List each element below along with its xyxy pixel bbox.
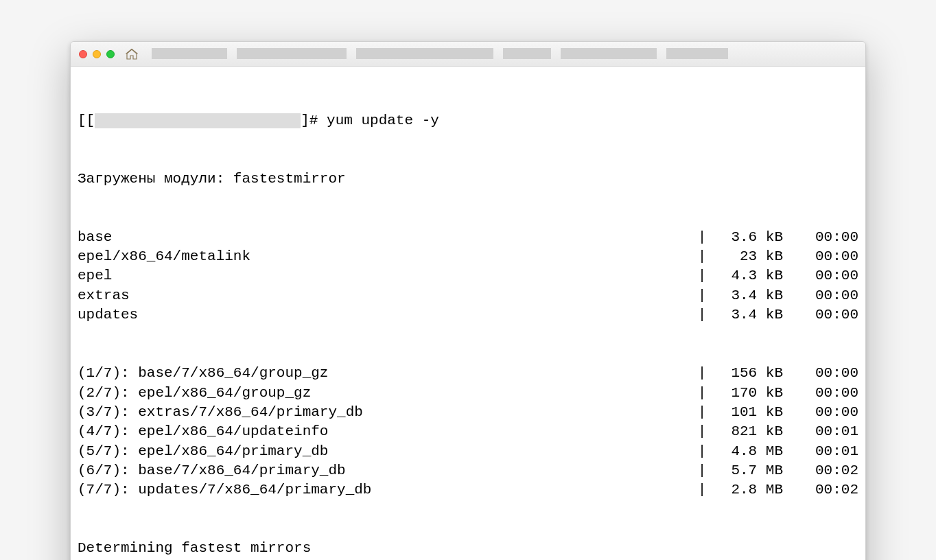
minimize-window-button[interactable] [93, 50, 101, 58]
row-fill [328, 442, 694, 461]
row-size: 3.4 kB [718, 305, 783, 325]
row-size: 170 kB [718, 384, 783, 403]
home-icon [126, 49, 138, 60]
row-time: 00:00 [783, 305, 858, 325]
row-time: 00:02 [783, 461, 858, 480]
row-size: 2.8 MB [718, 480, 783, 500]
row-size: 3.4 kB [718, 286, 783, 305]
row-name: (2/7): epel/x86_64/group_gz [78, 384, 311, 403]
row-separator: | [695, 228, 718, 247]
row-time: 00:00 [783, 403, 858, 422]
output-row: (7/7): updates/7/x86_64/primary_db| 2.8 … [78, 480, 858, 500]
row-time: 00:01 [783, 422, 858, 441]
row-separator: | [695, 403, 718, 422]
row-fill [130, 286, 695, 305]
row-size: 23 kB [718, 247, 783, 266]
row-separator: | [695, 480, 718, 500]
row-separator: | [695, 286, 718, 305]
row-separator: | [695, 305, 718, 325]
row-name: updates [78, 305, 138, 325]
row-name: (7/7): updates/7/x86_64/primary_db [78, 480, 371, 500]
download-list: (1/7): base/7/x86_64/group_gz| 156 kB00:… [78, 364, 858, 500]
row-size: 3.6 kB [718, 228, 783, 247]
row-time: 00:00 [783, 228, 858, 247]
row-size: 4.3 kB [718, 266, 783, 285]
row-time: 00:00 [783, 266, 858, 285]
row-separator: | [695, 422, 718, 441]
zoom-window-button[interactable] [106, 50, 115, 58]
prompt-open: [[ [78, 111, 95, 130]
output-row: updates| 3.4 kB00:00 [78, 305, 858, 325]
row-name: (6/7): base/7/x86_64/primary_db [78, 461, 346, 480]
output-row: (4/7): epel/x86_64/updateinfo| 821 kB00:… [78, 422, 858, 441]
output-row: (6/7): base/7/x86_64/primary_db| 5.7 MB0… [78, 461, 858, 480]
row-fill [328, 422, 694, 441]
row-name: (1/7): base/7/x86_64/group_gz [78, 364, 328, 383]
row-time: 00:00 [783, 384, 858, 403]
row-fill [112, 228, 694, 247]
row-size: 4.8 MB [718, 442, 783, 461]
row-size: 101 kB [718, 403, 783, 422]
determining-line: Determining fastest mirrors [78, 539, 858, 558]
row-time: 00:01 [783, 442, 858, 461]
row-time: 00:00 [783, 247, 858, 266]
row-fill [112, 266, 694, 285]
row-time: 00:00 [783, 364, 858, 383]
row-size: 5.7 MB [718, 461, 783, 480]
output-row: epel/x86_64/metalink| 23 kB00:00 [78, 247, 858, 266]
row-separator: | [695, 364, 718, 383]
close-window-button[interactable] [79, 50, 87, 58]
terminal-window: [[]# yum update -y Загружены модули: fas… [70, 41, 866, 560]
output-row: extras| 3.4 kB00:00 [78, 286, 858, 305]
title-redacted [152, 48, 857, 60]
loaded-modules-line: Загружены модули: fastestmirror [78, 170, 858, 189]
row-name: extras [78, 286, 130, 305]
row-separator: | [695, 384, 718, 403]
row-fill [346, 461, 695, 480]
output-row: (2/7): epel/x86_64/group_gz| 170 kB00:00 [78, 384, 858, 403]
row-name: epel/x86_64/metalink [78, 247, 250, 266]
row-time: 00:00 [783, 286, 858, 305]
repo-list: base| 3.6 kB00:00epel/x86_64/metalink| 2… [78, 228, 858, 325]
row-fill [328, 364, 694, 383]
output-row: (5/7): epel/x86_64/primary_db| 4.8 MB00:… [78, 442, 858, 461]
terminal-content[interactable]: [[]# yum update -y Загружены модули: fas… [71, 67, 865, 560]
row-separator: | [695, 266, 718, 285]
row-fill [311, 384, 695, 403]
hostname-redacted [95, 113, 301, 128]
row-name: base [78, 228, 112, 247]
traffic-lights [79, 50, 115, 58]
row-name: (5/7): epel/x86_64/primary_db [78, 442, 328, 461]
row-separator: | [695, 247, 718, 266]
row-fill [363, 403, 695, 422]
output-row: base| 3.6 kB00:00 [78, 228, 858, 247]
output-row: epel| 4.3 kB00:00 [78, 266, 858, 285]
prompt-close: ]# [301, 111, 327, 130]
row-name: (3/7): extras/7/x86_64/primary_db [78, 403, 363, 422]
row-name: (4/7): epel/x86_64/updateinfo [78, 422, 328, 441]
row-time: 00:02 [783, 480, 858, 500]
row-fill [250, 247, 695, 266]
command-text: yum update -y [327, 111, 439, 130]
row-name: epel [78, 266, 112, 285]
row-size: 156 kB [718, 364, 783, 383]
row-size: 821 kB [718, 422, 783, 441]
output-row: (3/7): extras/7/x86_64/primary_db| 101 k… [78, 403, 858, 422]
prompt-line: [[]# yum update -y [78, 111, 858, 130]
row-separator: | [695, 461, 718, 480]
row-fill [138, 305, 695, 325]
row-separator: | [695, 442, 718, 461]
output-row: (1/7): base/7/x86_64/group_gz| 156 kB00:… [78, 364, 858, 383]
titlebar[interactable] [71, 42, 865, 67]
row-fill [371, 480, 694, 500]
